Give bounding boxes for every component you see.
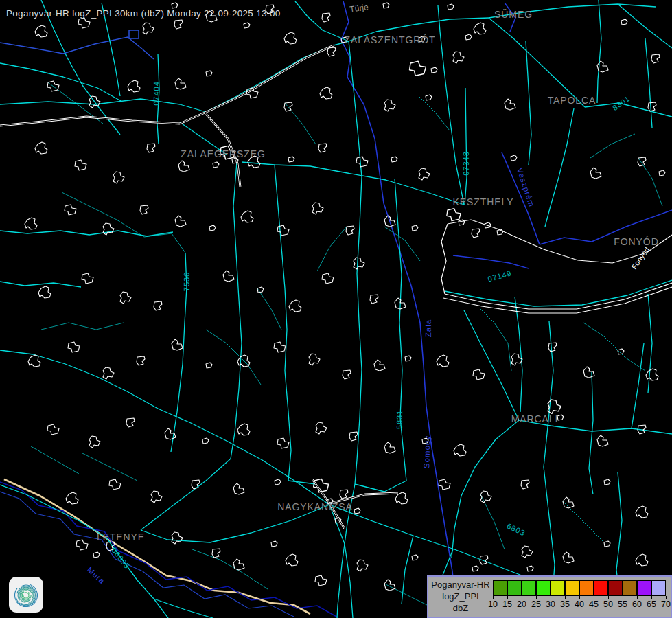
radar-map-viewport: Poganyvar-HR logZ_PPI 30km (dbZ) Monday … — [0, 0, 672, 618]
main-road-casing-layer — [0, 45, 398, 529]
legend-tick-label: 10 — [488, 599, 498, 609]
legend-color-swatch — [536, 580, 551, 596]
stream-layer-topleft — [0, 30, 154, 59]
city-label: TAPOLCA — [548, 95, 596, 106]
motorway-layer — [4, 479, 310, 614]
legend-tick-label: 25 — [531, 599, 541, 609]
city-label: LETENYE — [97, 531, 145, 542]
legend-color-swatch — [579, 580, 594, 596]
legend-color-swatch — [565, 580, 579, 596]
legend-radar-name: Poganyvar-HR — [430, 579, 491, 591]
road-number-label: 5831 — [395, 410, 404, 429]
road-number-label: 07404 — [152, 81, 161, 106]
water-label: Zala — [424, 319, 432, 337]
legend-tick-label: 30 — [546, 599, 555, 609]
legend-color-swatch — [551, 580, 565, 596]
legend-tick-label: 60 — [632, 599, 642, 609]
road-number-label: 07343 — [462, 151, 470, 176]
radar-title: Poganyvar-HR logZ_PPI 30km (dbZ) Monday … — [6, 8, 281, 19]
legend-color-swatch — [507, 580, 522, 596]
legend-tick-label: 65 — [647, 599, 656, 609]
legend-color-swatch — [594, 580, 608, 596]
legend-color-swatch — [608, 580, 623, 596]
city-label: SÜMEG — [494, 9, 533, 20]
water-label: Somogy — [422, 435, 432, 469]
city-label: NAGYKANIZSA — [277, 501, 352, 512]
road-number-label: 7536 — [183, 272, 191, 291]
legend-tick-label: 45 — [589, 599, 599, 609]
legend-color-swatch — [522, 580, 536, 596]
legend-color-swatch — [623, 580, 637, 596]
legend-color-swatch — [637, 580, 651, 596]
city-label: ZALASZENTGRÓT — [344, 34, 435, 45]
spiral-weather-logo — [9, 577, 43, 613]
river-secondary-layer — [0, 492, 294, 617]
city-label: KESZTHELY — [453, 196, 514, 207]
legend-tick-label: 40 — [575, 599, 584, 609]
legend-color-swatch — [651, 580, 666, 596]
legend-color-swatch — [493, 580, 507, 596]
legend-tick-label: 35 — [560, 599, 570, 609]
legend-product-name: logZ_PPI — [430, 591, 491, 602]
legend-tick-label: 50 — [603, 599, 613, 609]
city-label: FONYÓD — [614, 236, 658, 247]
main-road-core-layer — [0, 45, 398, 529]
city-label: MARCALI — [511, 413, 559, 424]
legend-title-block: Poganyvar-HR logZ_PPI dbZ — [430, 579, 491, 614]
city-label: ZALAEGERSZEG — [181, 148, 266, 159]
legend-tick-label: 55 — [618, 599, 627, 609]
color-scale-legend: Poganyvar-HR logZ_PPI dbZ 10152025303540… — [427, 575, 672, 618]
radar-map-canvas — [0, 0, 672, 618]
legend-tick-label: 15 — [502, 599, 512, 609]
legend-tick-label: 70 — [661, 599, 671, 609]
legend-unit: dbZ — [430, 602, 491, 614]
logo-background — [9, 577, 43, 613]
legend-tick-label: 20 — [517, 599, 526, 609]
